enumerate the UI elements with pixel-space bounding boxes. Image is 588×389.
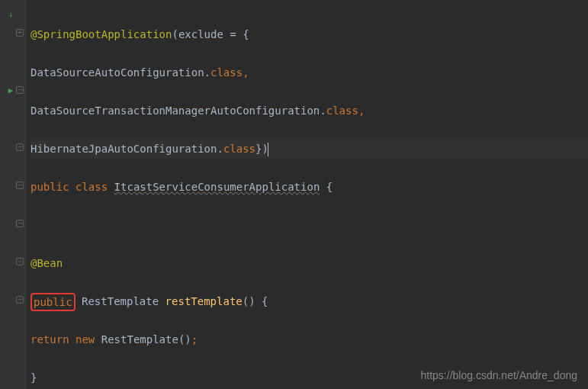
implement-icon[interactable]: ↓ xyxy=(5,8,17,20)
fold-icon[interactable]: − xyxy=(14,179,26,191)
code-line: public class ItcastServiceConsumerApplic… xyxy=(31,178,588,197)
editor-container: ↓ + ▶ − − − − − − @SpringBootApplication… xyxy=(0,0,588,389)
fold-icon[interactable]: − xyxy=(14,141,26,153)
code-line: public RestTemplate restTemplate() { xyxy=(31,292,588,311)
caret xyxy=(268,143,268,156)
code-area[interactable]: @SpringBootApplication(exclude = { DataS… xyxy=(26,0,588,389)
code-line-highlighted: HibernateJpaAutoConfiguration.class}) xyxy=(31,140,588,159)
fold-icon[interactable]: + xyxy=(14,27,26,39)
code-line: @SpringBootApplication(exclude = { xyxy=(31,25,588,44)
code-line: @Bean xyxy=(31,254,588,273)
code-line: DataSourceAutoConfiguration.class, xyxy=(31,63,588,82)
annotation-bean: @Bean xyxy=(31,254,63,273)
fold-icon[interactable]: − xyxy=(14,84,26,96)
annotation: @SpringBootApplication xyxy=(31,25,172,44)
fold-icon[interactable]: − xyxy=(14,256,26,268)
fold-icon[interactable]: − xyxy=(14,217,26,230)
gutter: ↓ + ▶ − − − − − − xyxy=(0,0,26,389)
highlight-box: public xyxy=(31,293,76,311)
code-line: DataSourceTransactionManagerAutoConfigur… xyxy=(31,101,588,121)
fold-icon[interactable]: − xyxy=(14,294,26,306)
code-line: return new RestTemplate(); xyxy=(31,330,588,349)
watermark: https://blog.csdn.net/Andre_dong xyxy=(421,369,577,381)
code-line xyxy=(31,216,588,235)
